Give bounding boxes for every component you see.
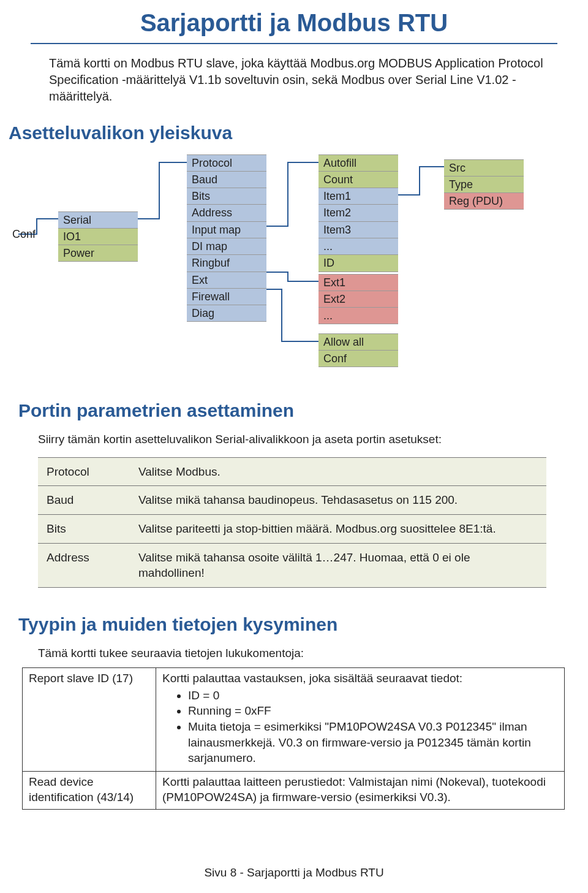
- table-row: Read device identification (43/14) Kortt…: [23, 771, 565, 809]
- menu-item: Serial: [58, 211, 138, 228]
- cmd-desc: Kortti palauttaa vastauksen, joka sisält…: [156, 667, 565, 771]
- menu-item: IO1: [58, 228, 138, 245]
- cmd-desc-text: Kortti palauttaa vastauksen, joka sisält…: [162, 672, 462, 685]
- diagram-col3a: Autofill Count Item1 Item2 Item3 ... ID: [318, 154, 398, 272]
- diagram-col2: Protocol Baud Bits Address Input map DI …: [187, 154, 266, 322]
- page-title: Sarjaportti ja Modbus RTU: [31, 6, 557, 44]
- menu-item: Item1: [318, 188, 398, 204]
- param-desc: Valitse mikä tahansa osoite väliltä 1…24…: [130, 543, 546, 587]
- param-desc: Valitse pariteetti ja stop-bittien määrä…: [130, 514, 546, 543]
- menu-diagram: Conf Serial IO1 Power Protocol Baud Bits…: [12, 154, 557, 375]
- menu-item: ...: [318, 238, 398, 254]
- menu-item: Bits: [187, 188, 266, 204]
- param-name: Address: [38, 543, 130, 587]
- cmd-desc: Kortti palauttaa laitteen perustiedot: V…: [156, 771, 565, 809]
- diagram-col3c: Allow all Conf: [318, 333, 398, 368]
- params-intro: Siirry tämän kortin asetteluvalikon Seri…: [38, 431, 557, 447]
- menu-item: Address: [187, 204, 266, 221]
- table-row: Protocol Valitse Modbus.: [38, 457, 546, 486]
- cmd-bullets: ID = 0 Running = 0xFF Muita tietoja = es…: [162, 688, 558, 766]
- menu-item: Type: [444, 176, 524, 192]
- menu-item: Reg (PDU): [444, 192, 524, 210]
- bullet: Running = 0xFF: [188, 703, 558, 719]
- diagram-col1: Serial IO1 Power: [58, 211, 138, 262]
- table-row: Report slave ID (17) Kortti palauttaa va…: [23, 667, 565, 771]
- menu-item: Baud: [187, 171, 266, 188]
- table-row: Bits Valitse pariteetti ja stop-bittien …: [38, 514, 546, 543]
- menu-item: Ext2: [318, 291, 398, 307]
- section-params-title: Portin parametrien asettaminen: [18, 398, 557, 424]
- commands-intro: Tämä kortti tukee seuraavia tietojen luk…: [38, 645, 557, 661]
- menu-item: Diag: [187, 305, 266, 322]
- menu-item: Item2: [318, 204, 398, 221]
- section-commands-title: Tyypin ja muiden tietojen kysyminen: [18, 612, 557, 637]
- menu-item: Conf: [318, 350, 398, 367]
- page-footer: Sivu 8 - Sarjaportti ja Modbus RTU: [0, 865, 588, 881]
- menu-item: Ext1: [318, 274, 398, 291]
- menu-item: Ext: [187, 272, 266, 288]
- section-overview-title: Asetteluvalikon yleiskuva: [9, 121, 557, 146]
- cmd-name: Read device identification (43/14): [23, 771, 156, 809]
- menu-item: Ringbuf: [187, 254, 266, 271]
- cmd-name: Report slave ID (17): [23, 667, 156, 771]
- menu-item: Power: [58, 245, 138, 262]
- menu-item: Autofill: [318, 154, 398, 171]
- menu-item: Src: [444, 159, 524, 176]
- menu-item: Protocol: [187, 154, 266, 171]
- table-row: Address Valitse mikä tahansa osoite väli…: [38, 543, 546, 587]
- params-table: Protocol Valitse Modbus. Baud Valitse mi…: [38, 457, 546, 588]
- menu-item: ID: [318, 254, 398, 272]
- param-name: Bits: [38, 514, 130, 543]
- intro-text: Tämä kortti on Modbus RTU slave, joka kä…: [49, 55, 557, 105]
- menu-item: DI map: [187, 238, 266, 254]
- diagram-col4: Src Type Reg (PDU): [444, 159, 524, 210]
- param-name: Protocol: [38, 457, 130, 486]
- menu-item: ...: [318, 307, 398, 324]
- conf-label: Conf: [12, 227, 36, 241]
- menu-item: Item3: [318, 221, 398, 238]
- commands-table: Report slave ID (17) Kortti palauttaa va…: [22, 667, 565, 810]
- param-name: Baud: [38, 486, 130, 515]
- bullet: Muita tietoja = esimerkiksi "PM10POW24SA…: [188, 719, 558, 766]
- param-desc: Valitse Modbus.: [130, 457, 546, 486]
- menu-item: Firewall: [187, 288, 266, 305]
- menu-item: Allow all: [318, 333, 398, 350]
- param-desc: Valitse mikä tahansa baudinopeus. Tehdas…: [130, 486, 546, 515]
- diagram-col3b: Ext1 Ext2 ...: [318, 274, 398, 325]
- menu-item: Input map: [187, 221, 266, 238]
- table-row: Baud Valitse mikä tahansa baudinopeus. T…: [38, 486, 546, 515]
- menu-item: Count: [318, 171, 398, 188]
- bullet: ID = 0: [188, 688, 558, 704]
